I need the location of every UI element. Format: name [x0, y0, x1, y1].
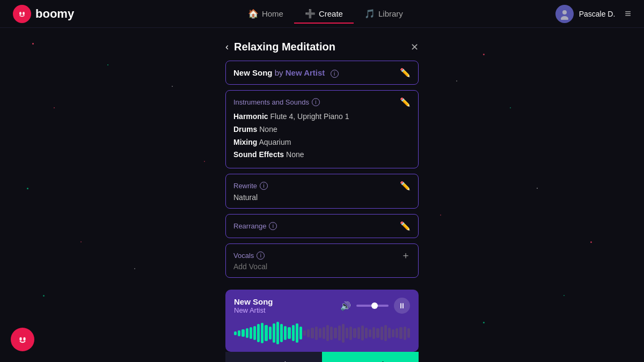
mixing-row: Mixing Aquarium — [233, 136, 411, 149]
rearrange-label: Rearrange i — [233, 222, 277, 230]
sound-effects-label: Sound Effects — [233, 150, 284, 159]
rearrange-card: Rearrange i ✏️ — [225, 214, 419, 238]
rearrange-text: Rearrange — [233, 222, 266, 230]
nav-create[interactable]: ➕ Create — [294, 4, 354, 23]
sound-effects-row: Sound Effects None — [233, 149, 411, 161]
song-card: New Song by New Artist i ✏️ — [225, 61, 419, 85]
create-icon: ➕ — [305, 9, 316, 19]
svg-point-2 — [23, 12, 25, 15]
vocals-add-button[interactable]: ＋ — [401, 250, 411, 260]
volume-knob — [371, 302, 378, 309]
bottom-buttons: Try Again Save ✓ — [225, 352, 419, 362]
volume-icon: 🔊 — [340, 301, 351, 311]
nav-library[interactable]: 🎵 Library — [354, 4, 414, 23]
avatar[interactable] — [555, 5, 574, 23]
song-title: New Song by New Artist i — [233, 68, 339, 78]
instruments-card: Instruments and Sounds i ✏️ Harmonic Flu… — [225, 90, 419, 168]
rewrite-header: Rewrite i ✏️ — [233, 181, 411, 191]
artist-name: New Artist — [286, 68, 325, 77]
instruments-header: Instruments and Sounds i ✏️ — [233, 97, 411, 107]
mixing-value: Aquarium — [259, 138, 291, 146]
drums-row: Drums None — [233, 123, 411, 136]
svg-point-3 — [562, 10, 567, 14]
home-icon: 🏠 — [248, 9, 259, 19]
drums-label: Drums — [233, 125, 257, 134]
player-song-name: New Song — [234, 297, 273, 306]
try-again-button[interactable]: Try Again — [225, 352, 322, 362]
vocals-card: Vocals i ＋ Add Vocal — [225, 243, 419, 278]
svg-point-4 — [561, 16, 568, 20]
by-label: by — [275, 68, 286, 77]
sound-effects-value: None — [286, 150, 304, 159]
rewrite-info-icon: i — [260, 182, 268, 190]
waveform — [234, 320, 410, 346]
vocals-header: Vocals i ＋ — [233, 250, 411, 260]
instruments-edit-button[interactable]: ✏️ — [400, 97, 411, 107]
logo[interactable]: boomy — [13, 5, 74, 23]
save-button[interactable]: Save ✓ — [322, 352, 419, 362]
vocals-value: Add Vocal — [233, 262, 411, 271]
save-label: Save — [356, 360, 375, 362]
instruments-text: Instruments and Sounds — [233, 98, 309, 106]
harmonic-row: Harmonic Flute 4, Upright Piano 1 — [233, 110, 411, 123]
svg-point-0 — [17, 9, 27, 19]
vocals-info-icon: i — [257, 252, 265, 260]
home-label: Home — [262, 9, 283, 18]
save-check-icon: ✓ — [378, 359, 385, 362]
svg-point-5 — [17, 334, 28, 345]
svg-point-6 — [19, 337, 21, 341]
instruments-info-icon: i — [312, 98, 320, 106]
mixing-label: Mixing — [233, 138, 257, 146]
play-pause-button[interactable]: ⏸ — [394, 298, 410, 314]
panel-header: ‹ Relaxing Meditation ✕ — [225, 41, 419, 53]
nav-home[interactable]: 🏠 Home — [237, 4, 294, 23]
svg-point-7 — [23, 337, 25, 341]
user-name: Pascale D. — [579, 10, 616, 18]
create-label: Create — [319, 9, 343, 18]
player-top: New Song New Artist 🔊 ⏸ — [234, 297, 410, 314]
panel-title: Relaxing Meditation — [234, 41, 405, 53]
menu-icon[interactable]: ≡ — [625, 8, 631, 20]
player-controls: 🔊 ⏸ — [340, 298, 410, 314]
player-card: New Song New Artist 🔊 ⏸ — [225, 290, 419, 352]
rewrite-edit-button[interactable]: ✏️ — [400, 181, 411, 191]
rewrite-value: Natural — [233, 193, 411, 202]
library-label: Library — [378, 9, 403, 18]
instruments-label: Instruments and Sounds i — [233, 98, 320, 106]
player-song-info: New Song New Artist — [234, 297, 273, 314]
song-edit-button[interactable]: ✏️ — [400, 68, 411, 78]
player-artist: New Artist — [234, 306, 273, 314]
rewrite-text: Rewrite — [233, 182, 257, 190]
song-name: New Song — [233, 68, 273, 77]
rearrange-header: Rearrange i ✏️ — [233, 221, 411, 231]
user-area: Pascale D. ≡ — [555, 5, 631, 23]
library-icon: 🎵 — [364, 9, 375, 19]
rearrange-info-icon: i — [269, 222, 277, 230]
song-info-icon: i — [331, 68, 339, 77]
bottom-logo-icon[interactable] — [11, 328, 34, 351]
rewrite-label: Rewrite i — [233, 182, 268, 190]
svg-point-1 — [19, 12, 21, 15]
logo-text: boomy — [35, 7, 74, 21]
close-button[interactable]: ✕ — [411, 41, 419, 53]
harmonic-value: Flute 4, Upright Piano 1 — [270, 112, 349, 121]
volume-slider[interactable] — [356, 305, 389, 307]
navbar: boomy 🏠 Home ➕ Create 🎵 Library Pascale … — [0, 0, 644, 28]
vocals-label: Vocals i — [233, 252, 265, 260]
main-content: ‹ Relaxing Meditation ✕ New Song by New … — [0, 28, 644, 362]
rewrite-card: Rewrite i ✏️ Natural — [225, 174, 419, 209]
panel: ‹ Relaxing Meditation ✕ New Song by New … — [225, 41, 419, 362]
drums-value: None — [259, 125, 277, 134]
back-button[interactable]: ‹ — [225, 41, 229, 53]
harmonic-label: Harmonic — [233, 112, 268, 121]
vocals-text: Vocals — [233, 252, 254, 260]
logo-icon — [13, 5, 31, 23]
rearrange-edit-button[interactable]: ✏️ — [400, 221, 411, 231]
navbar-nav: 🏠 Home ➕ Create 🎵 Library — [96, 4, 555, 23]
